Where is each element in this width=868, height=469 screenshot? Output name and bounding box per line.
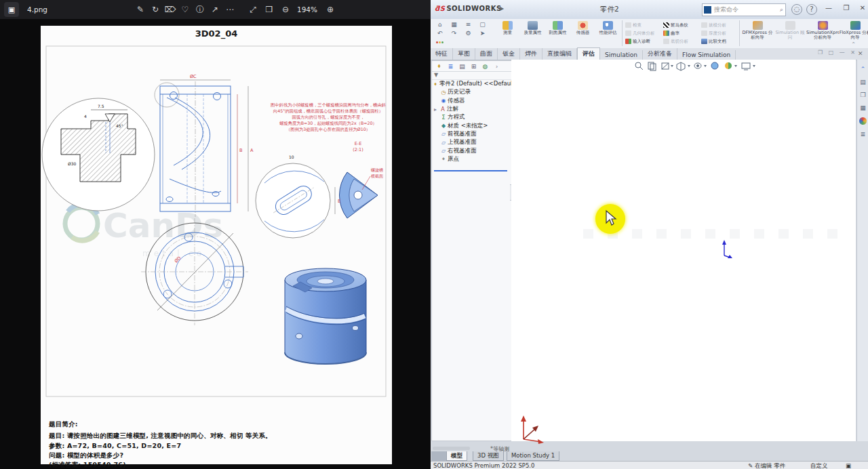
dimxpert-tab-icon[interactable]: ◍	[479, 63, 491, 70]
select-arrow-icon[interactable]: ➤	[475, 29, 490, 38]
rollback-bar[interactable]	[434, 170, 507, 171]
fit-to-window-icon[interactable]: ❒	[262, 0, 277, 19]
zoom-to-area-icon[interactable]	[648, 62, 656, 70]
tab-3d-views[interactable]: 3D 视图	[473, 451, 504, 461]
ribbon-button-mass-properties[interactable]: 质量属性	[520, 20, 545, 45]
minimize-button[interactable]: —	[823, 4, 835, 12]
tab-analysis-preparation[interactable]: 分析准备	[643, 48, 677, 60]
graphics-viewport[interactable]	[511, 60, 856, 441]
list-icon[interactable]: ≡	[461, 20, 475, 29]
document-window-controls[interactable]: ❐ □ — ✕	[818, 49, 857, 56]
close-button[interactable]: ✕	[856, 4, 868, 12]
ribbon-button-dfmxpress[interactable]: DFMXpress 分析向导	[741, 20, 774, 45]
file-explorer-icon[interactable]: ❒	[857, 91, 868, 98]
maximize-button[interactable]: ❐	[840, 4, 852, 12]
tab-model[interactable]: 模型	[446, 451, 467, 461]
ribbon-button-section-properties[interactable]: 剖面属性	[545, 20, 570, 45]
tab-evaluate[interactable]: 评估	[577, 47, 600, 60]
tree-item-annotations[interactable]: ▸ A 注解	[432, 105, 511, 113]
zoom-level[interactable]: 194%	[297, 0, 317, 19]
tab-flow-simulation[interactable]: Flow Simulation	[677, 50, 736, 60]
property-manager-tab-icon[interactable]: ▤	[456, 63, 468, 70]
zoom-in-icon[interactable]: ⊕	[323, 0, 338, 19]
tab-weldments[interactable]: 焊件	[520, 48, 542, 60]
zoom-out-icon[interactable]: ⊖	[278, 0, 293, 19]
panel-scrollbar-thumb[interactable]	[433, 447, 470, 450]
redo-icon[interactable]: ↷	[447, 29, 461, 38]
ribbon-button-performance-evaluation[interactable]: 性能评估	[595, 20, 620, 45]
tree-item-history[interactable]: ◷ 历史记录	[432, 88, 511, 96]
info-icon[interactable]: ⓘ	[193, 0, 208, 19]
new-document-icon[interactable]: ▢	[475, 20, 490, 29]
tree-item-right-plane[interactable]: ▱ 右视基准面	[432, 146, 511, 155]
rotate-icon[interactable]: ↻	[148, 0, 163, 19]
task-pane-close-icon[interactable]: ✕	[858, 50, 863, 57]
tab-direct-editing[interactable]: 直接编辑	[542, 48, 577, 60]
edit-icon[interactable]: ✎	[133, 0, 148, 19]
featuremanager-tab-icon[interactable]: ⬧	[433, 62, 445, 70]
tree-item-material[interactable]: ◆ 材质 <未指定>	[432, 121, 511, 129]
tree-tab-icon[interactable]: ≣	[445, 63, 456, 70]
tab-overflow-icon[interactable]: ›	[491, 63, 502, 70]
view-settings-icon[interactable]	[742, 63, 755, 70]
design-library-icon[interactable]: ▤	[857, 79, 868, 85]
tab-simulation[interactable]: Simulation	[600, 50, 643, 60]
tab-surfaces[interactable]: 曲面	[475, 48, 498, 60]
view-orientation-icon[interactable]	[677, 62, 690, 70]
zoom-to-fit-icon[interactable]	[635, 62, 643, 70]
ribbon-button-thickness-analysis[interactable]: 厚度分析	[700, 29, 738, 37]
tab-motion-study[interactable]: Motion Study 1	[507, 451, 559, 461]
search-icon[interactable]: ⌕	[780, 6, 783, 14]
tab-features[interactable]: 特征	[431, 48, 453, 60]
photos-app-icon[interactable]: ▣	[4, 2, 19, 17]
command-search-box[interactable]: 搜索命令 ⌕	[702, 3, 786, 16]
tree-item-front-plane[interactable]: ▱ 前视基准面	[432, 130, 511, 138]
tab-scroll-buttons[interactable]	[431, 451, 446, 461]
ribbon-button-draft-analysis[interactable]: 拔模分析	[700, 21, 738, 29]
tree-filter[interactable]: ▼	[432, 72, 511, 80]
save-icon[interactable]: ▦	[447, 20, 461, 29]
menu-expand-arrow[interactable]: ▶	[500, 5, 504, 12]
ribbon-button-zebra-stripes[interactable]: 斑马条纹	[662, 21, 700, 29]
tab-sketch[interactable]: 草图	[453, 48, 475, 60]
task-pane-expand-icon[interactable]: ⌃	[857, 66, 868, 73]
edit-appearance-icon[interactable]	[725, 62, 737, 69]
hide-show-items-icon[interactable]	[711, 62, 718, 69]
share-icon[interactable]: ↗	[208, 0, 222, 19]
ribbon-collapse-icon[interactable]: ⌃	[851, 41, 856, 47]
ribbon-button-compare-documents[interactable]: 比较文档	[700, 37, 738, 45]
options-gear-icon[interactable]: ⚙	[461, 29, 475, 38]
status-tag-icon[interactable]: ▣	[846, 462, 851, 469]
origin-triad-icon[interactable]	[718, 239, 733, 258]
ribbon-button-undercut-analysis[interactable]: 底切分析	[662, 37, 700, 45]
rebuild-traffic-light-icon[interactable]	[433, 38, 447, 47]
tree-root-part[interactable]: ⬧ 零件2 (Default) <<Default>_Pl	[432, 80, 511, 88]
ribbon-button-measure[interactable]: 测量	[495, 20, 520, 45]
tree-item-equations[interactable]: Σ 方程式	[432, 113, 511, 121]
ribbon-button-simulationxpress[interactable]: SimulationXpress 分析向导	[806, 20, 839, 45]
ribbon-button-curvature[interactable]: 曲率	[662, 29, 700, 37]
ribbon-button-geometry-analysis[interactable]: 几何体分析	[624, 29, 662, 37]
configuration-manager-tab-icon[interactable]: ⊞	[468, 63, 479, 70]
expand-arrow-icon[interactable]: ▸	[432, 106, 439, 113]
user-account-icon[interactable]: ◌	[791, 4, 802, 15]
more-icon[interactable]: ⋯	[222, 0, 237, 19]
undo-icon[interactable]: ↶	[433, 29, 447, 38]
tree-item-sensors[interactable]: ◉ 传感器	[432, 97, 511, 105]
tree-item-top-plane[interactable]: ▱ 上视基准面	[432, 138, 511, 146]
favorite-icon[interactable]: ♡	[178, 0, 193, 19]
ribbon-button-check[interactable]: 检查	[624, 21, 662, 29]
ribbon-button-sensor[interactable]: 传感器	[570, 20, 595, 45]
tree-item-origin[interactable]: ⌖ 原点	[432, 155, 511, 163]
fullscreen-icon[interactable]: ⤢	[245, 0, 260, 19]
display-style-icon[interactable]	[694, 63, 707, 68]
tab-sheet-metal[interactable]: 钣金	[498, 48, 520, 60]
home-icon[interactable]: ⌂	[433, 20, 447, 29]
units-selector[interactable]: 自定义	[810, 462, 828, 469]
heads-up-view-toolbar[interactable]	[633, 60, 759, 71]
appearances-icon[interactable]	[859, 117, 867, 125]
ribbon-button-simulation-advisor[interactable]: Simulation 顾问	[774, 20, 806, 45]
delete-icon[interactable]: ⌦	[163, 0, 178, 19]
ribbon-button-import-diagnostics[interactable]: 输入诊断	[624, 37, 662, 45]
view-palette-icon[interactable]: ▦	[857, 104, 868, 111]
